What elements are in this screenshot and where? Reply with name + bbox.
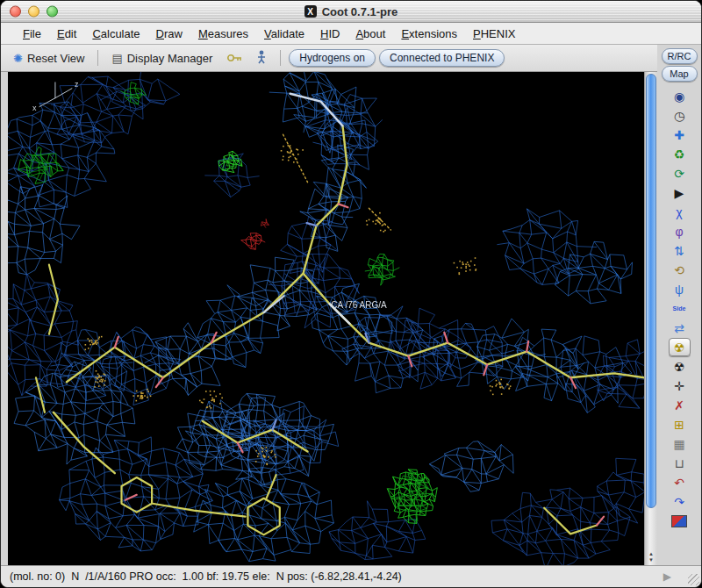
reset-view-button[interactable]: ✺ Reset View	[8, 50, 90, 67]
key-icon-button[interactable]	[221, 50, 247, 67]
navigation-sphere-icon[interactable]: ◉	[669, 87, 691, 105]
clear-pending-icon[interactable]: ✗	[669, 396, 691, 414]
viewport[interactable]: CA /76 ARG/A	[8, 72, 644, 565]
redo-icon[interactable]: ↷	[669, 492, 691, 511]
history-clock-icon[interactable]: ◷	[669, 106, 691, 125]
menu-draw[interactable]: Draw	[148, 25, 190, 42]
statusbar: (mol. no: 0) N /1/A/160 PRO occ: 1.00 bf…	[1, 565, 701, 587]
move-fragment-icon[interactable]: ✚	[669, 125, 691, 144]
titlebar[interactable]: X Coot 0.7.1-pre	[1, 1, 701, 23]
reset-view-icon: ✺	[13, 52, 23, 65]
menu-edit[interactable]: Edit	[49, 25, 84, 42]
scrollbar-thumb[interactable]	[646, 74, 656, 508]
display-manager-button[interactable]: ▤ Display Manager	[106, 50, 218, 67]
menu-calculate[interactable]: Calculate	[84, 25, 147, 42]
trash-icon[interactable]: ⊔	[669, 454, 691, 472]
vertical-scrollbar[interactable]: ▲ ▼	[644, 72, 657, 565]
right-toolbar: ◉◷✚♻⟳▶χφ⇅⟲ψSide⇄☢☢✛✗⊞▦⊔↶↷	[669, 87, 691, 565]
menu-phenix[interactable]: PHENIX	[465, 25, 523, 42]
figure-icon	[256, 50, 267, 67]
regularize-zone-icon[interactable]: ♻	[669, 145, 691, 163]
status-play-icon[interactable]: ▶	[663, 570, 671, 583]
pointer-icon[interactable]: ▶	[669, 183, 691, 202]
place-atom-icon[interactable]: ✛	[669, 376, 691, 395]
phenix-connection-button[interactable]: Connected to PHENIX	[379, 49, 505, 67]
menu-about[interactable]: About	[347, 25, 393, 42]
undo-icon[interactable]: ↶	[669, 473, 691, 491]
reset-view-label: Reset View	[27, 52, 85, 65]
key-icon	[226, 52, 242, 65]
flip-peptide-icon[interactable]: ⇅	[669, 241, 691, 260]
zoom-button[interactable]	[47, 6, 58, 18]
window-controls	[10, 6, 58, 18]
status-text: (mol. no: 0) N /1/A/160 PRO occ: 1.00 bf…	[10, 570, 402, 583]
chi-angles-icon[interactable]: χ	[669, 203, 691, 221]
menu-hid[interactable]: HID	[312, 25, 347, 42]
app-window: X Coot 0.7.1-pre FileEditCalculateDrawMe…	[0, 0, 702, 588]
refine-zone-icon[interactable]: ⟳	[669, 164, 691, 183]
toolbar-separator	[97, 50, 98, 66]
menubar: FileEditCalculateDrawMeasuresValidateHID…	[1, 23, 701, 45]
x11-app-icon: X	[304, 5, 317, 18]
molecular-canvas[interactable]	[8, 72, 644, 565]
window-title: Coot 0.7.1-pre	[322, 5, 398, 18]
rrc-button[interactable]: R/RC	[662, 48, 698, 64]
mutate-icon[interactable]: ⇄	[669, 319, 691, 337]
ligand-builder-icon[interactable]: ▦	[669, 434, 691, 453]
phenix-swatch-icon[interactable]	[669, 512, 691, 530]
toolbar-separator	[280, 50, 281, 66]
side-chain-flip-icon[interactable]: Side	[669, 299, 691, 318]
torsion-general-icon[interactable]: φ	[669, 222, 691, 240]
radiation-dark-icon[interactable]: ☢	[669, 357, 691, 376]
rotate-translate-icon[interactable]: ⟲	[669, 261, 691, 279]
display-manager-icon: ▤	[111, 52, 122, 65]
menu-measures[interactable]: Measures	[190, 25, 256, 42]
right-panel: R/RC Map ◉◷✚♻⟳▶χφ⇅⟲ψSide⇄☢☢✛✗⊞▦⊔↶↷	[657, 45, 701, 565]
title-area: X Coot 0.7.1-pre	[304, 5, 398, 18]
toolbar: ✺ Reset View ▤ Display Manager	[1, 45, 657, 72]
menu-file[interactable]: File	[15, 25, 49, 42]
close-button[interactable]	[10, 6, 21, 18]
add-terminal-residue-icon[interactable]: ⊞	[669, 415, 691, 434]
scrollbar-arrows: ▲ ▼	[645, 551, 657, 565]
map-button[interactable]: Map	[662, 66, 698, 82]
resize-grip[interactable]	[688, 574, 699, 585]
menu-validate[interactable]: Validate	[256, 25, 312, 42]
display-manager-label: Display Manager	[127, 52, 213, 65]
scroll-up-icon[interactable]: ▲	[648, 551, 654, 557]
rotamers-icon[interactable]: ψ	[669, 280, 691, 298]
radiation-active-icon[interactable]: ☢	[669, 338, 691, 356]
residue-label: CA /76 ARG/A	[331, 300, 386, 310]
scroll-down-icon[interactable]: ▼	[648, 557, 654, 563]
menu-extensions[interactable]: Extensions	[393, 25, 465, 42]
figure-icon-button[interactable]	[251, 48, 272, 68]
hydrogens-toggle-button[interactable]: Hydrogens on	[289, 49, 376, 67]
minimize-button[interactable]	[28, 6, 39, 18]
